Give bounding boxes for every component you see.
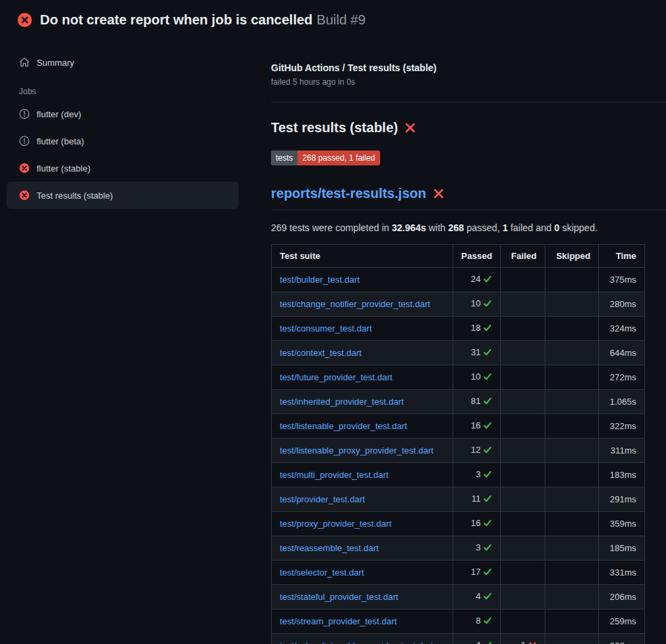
test-suite-link[interactable]: test/context_test.dart	[280, 348, 362, 358]
test-suite-link[interactable]: test/selector_test.dart	[280, 567, 364, 578]
passed-count: 17	[471, 567, 480, 577]
time-value: 311ms	[610, 445, 636, 456]
summary-text: 269 tests were completed in	[271, 222, 392, 233]
neutral-circle-icon	[19, 108, 30, 119]
table-row: test/builder_test.dart 24 375ms	[272, 268, 645, 292]
test-results-table: Test suite Passed Failed Skipped Time te…	[271, 244, 645, 644]
table-row: test/proxy_provider_test.dart 16 359ms	[272, 512, 645, 536]
table-row: test/future_provider_test.dart 10 272ms	[272, 365, 645, 390]
test-suite-link[interactable]: test/stateful_provider_test.dart	[280, 592, 398, 602]
breadcrumb: GitHub Actions / Test results (stable)	[271, 62, 666, 73]
report-heading: reports/test-results.json	[271, 186, 666, 210]
summary-failed-count: 1	[503, 222, 508, 233]
check-icon	[483, 616, 492, 628]
run-title: Do not create report when job is cancell…	[40, 12, 366, 28]
table-row: test/stream_provider_test.dart 8 259ms	[272, 609, 645, 634]
job-detail-panel: GitHub Actions / Test results (stable) f…	[245, 38, 666, 644]
sidebar-item-flutter-stable[interactable]: flutter (stable)	[7, 155, 238, 182]
test-suite-link[interactable]: test/change_notifier_provider_test.dart	[280, 299, 430, 309]
job-label: flutter (beta)	[37, 136, 84, 146]
sidebar-item-flutter-beta[interactable]: flutter (beta)	[7, 127, 238, 155]
summary-text: failed and	[508, 222, 555, 233]
time-value: 259ms	[610, 616, 636, 626]
test-suite-link[interactable]: test/proxy_provider_test.dart	[280, 519, 392, 529]
column-header-passed: Passed	[453, 245, 501, 268]
tests-status-badge: tests 268 passed, 1 failed	[271, 150, 380, 165]
time-value: 331ms	[610, 567, 636, 578]
test-suite-link[interactable]: test/listenable_proxy_provider_test.dart	[280, 445, 434, 456]
test-suite-link[interactable]: test/builder_test.dart	[280, 275, 360, 285]
time-value: 272ms	[610, 372, 636, 382]
time-value: 185ms	[610, 543, 636, 553]
passed-count: 3	[476, 542, 480, 552]
sidebar-item-test-results-stable[interactable]: Test results (stable)	[7, 182, 238, 209]
time-value: 280ms	[610, 299, 636, 309]
check-icon	[483, 592, 492, 603]
check-icon	[483, 641, 492, 644]
passed-count: 10	[471, 371, 480, 382]
divider	[271, 102, 666, 102]
test-suite-link[interactable]: test/listenable_provider_test.dart	[280, 421, 407, 431]
check-icon	[483, 445, 492, 457]
failed-x-circle-icon	[18, 13, 32, 27]
passed-count: 10	[471, 298, 480, 308]
table-header-row: Test suite Passed Failed Skipped Time	[272, 245, 645, 268]
time-value: 375ms	[610, 275, 636, 285]
time-value: 183ms	[610, 470, 636, 480]
test-suite-link[interactable]: test/future_provider_test.dart	[280, 372, 392, 382]
time-value: 291ms	[610, 494, 636, 504]
passed-count: 16	[471, 420, 480, 430]
sidebar-item-summary[interactable]: Summary	[7, 49, 238, 76]
test-suite-link[interactable]: test/multi_provider_test.dart	[280, 470, 388, 480]
check-icon	[483, 421, 492, 432]
report-file-link[interactable]: reports/test-results.json	[271, 186, 426, 201]
passed-count: 24	[471, 274, 480, 284]
passed-count: 12	[471, 445, 480, 455]
run-title-text: Do not create report when job is cancell…	[40, 12, 312, 27]
sidebar-item-flutter-dev[interactable]: flutter (dev)	[7, 100, 238, 127]
table-row: test/inherited_provider_test.dart 81 1.0…	[272, 390, 645, 414]
check-icon	[483, 567, 492, 579]
time-value: 206ms	[610, 592, 636, 602]
build-number: Build #9	[316, 12, 365, 27]
job-label: Test results (stable)	[37, 190, 113, 201]
passed-count: 31	[471, 347, 480, 357]
test-suite-link[interactable]: test/provider_test.dart	[280, 494, 365, 504]
badge-value: 268 passed, 1 failed	[297, 150, 379, 165]
summary-passed-count: 268	[449, 222, 464, 233]
check-icon	[483, 299, 492, 310]
check-icon	[483, 494, 492, 506]
table-row: test/stateful_provider_test.dart 4 206ms	[272, 585, 645, 609]
check-icon	[483, 519, 492, 530]
passed-count: 11	[472, 494, 481, 504]
test-suite-link[interactable]: test/consumer_test.dart	[280, 323, 372, 334]
passed-count: 18	[471, 323, 480, 333]
passed-count: 3	[476, 469, 480, 479]
passed-count: 4	[476, 591, 480, 601]
column-header-test-suite: Test suite	[272, 245, 453, 268]
summary-text: skipped.	[560, 222, 598, 233]
test-suite-link[interactable]: test/inherited_provider_test.dart	[280, 397, 404, 407]
passed-count: 81	[471, 396, 480, 406]
column-header-failed: Failed	[501, 245, 545, 268]
time-value: 322ms	[610, 421, 636, 431]
test-suite-link[interactable]: test/value_listenable_provider_test.dart	[280, 641, 433, 644]
job-label: flutter (dev)	[37, 109, 81, 119]
home-icon	[19, 57, 30, 68]
test-suite-link[interactable]: test/reassemble_test.dart	[280, 543, 379, 553]
failed-x-circle-icon	[19, 190, 30, 201]
time-value: 324ms	[610, 323, 636, 334]
test-table-body: test/builder_test.dart 24 375ms test/cha…	[272, 268, 645, 644]
table-row: test/listenable_provider_test.dart 16 32…	[272, 414, 645, 439]
table-row: test/selector_test.dart 17 331ms	[272, 561, 645, 585]
jobs-sidebar: Summary Jobs flutter (dev) flut	[0, 38, 245, 209]
table-row: test/reassemble_test.dart 3 185ms	[272, 536, 645, 561]
check-icon	[483, 323, 492, 335]
test-suite-link[interactable]: test/stream_provider_test.dart	[280, 616, 397, 626]
check-icon	[483, 275, 492, 286]
failed-x-circle-icon	[19, 163, 30, 174]
run-header: Do not create report when job is cancell…	[0, 0, 666, 38]
passed-count: 8	[476, 616, 480, 626]
failed-x-icon	[404, 122, 416, 134]
tests-summary-line: 269 tests were completed in 32.964s with…	[271, 222, 666, 233]
